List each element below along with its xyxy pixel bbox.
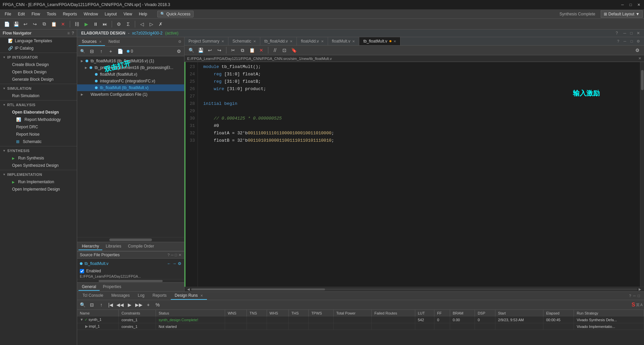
menu-tools[interactable]: Tools: [43, 10, 59, 18]
menu-layout[interactable]: Layout: [101, 10, 120, 18]
props-tab-general[interactable]: General: [78, 283, 100, 291]
tree-item[interactable]: ▶ Waveform Configuration File (1): [77, 91, 184, 98]
tab-close[interactable]: ✕: [393, 40, 396, 43]
ed-uncomment[interactable]: ⊡: [280, 46, 288, 54]
sources-panel-settings[interactable]: ⚙: [178, 40, 181, 44]
bottom-panel-minimize[interactable]: ─: [633, 294, 636, 298]
tree-item[interactable]: integrationFC (integrationFC.v): [77, 78, 184, 84]
toolbar-run[interactable]: ▶: [82, 20, 90, 28]
props-back[interactable]: ←: [167, 261, 171, 266]
tab-messages[interactable]: Messages: [107, 292, 134, 300]
sources-hscroll[interactable]: [77, 237, 184, 242]
props-gear[interactable]: ⚙: [178, 261, 181, 266]
toolbar-delete[interactable]: ✕: [59, 20, 67, 28]
menu-flow[interactable]: Flow: [28, 10, 43, 18]
tab-design-runs-close[interactable]: ✕: [200, 294, 203, 297]
tree-item[interactable]: ▶ tb_floatMult16 (tb_floatMult16.v) (1): [77, 58, 184, 64]
src-add[interactable]: +: [107, 47, 115, 55]
elaborated-close[interactable]: ✕: [637, 31, 640, 36]
toolbar-x[interactable]: ✗: [157, 20, 165, 28]
editor-hscroll-track[interactable]: [191, 288, 637, 290]
tab-netlist[interactable]: Netlist: [105, 38, 123, 46]
bt-run[interactable]: ▶: [125, 301, 133, 309]
src-up[interactable]: ↑: [97, 47, 105, 55]
toolbar-settings[interactable]: ⚙: [115, 20, 123, 28]
props-hscroll-thumb[interactable]: [99, 280, 163, 282]
tab-compile-order[interactable]: Compile Order: [124, 243, 157, 250]
toolbar-undo[interactable]: ↩: [21, 20, 30, 28]
tab-libraries[interactable]: Libraries: [102, 243, 124, 250]
toolbar-left-arr[interactable]: ◁: [138, 20, 146, 28]
toolbar-sigma[interactable]: Σ: [124, 20, 132, 28]
editor-maximize-icon[interactable]: □: [629, 38, 635, 44]
tab-sources[interactable]: Sources ✕: [78, 38, 105, 46]
nav-generate-block-design[interactable]: Generate Block Design: [0, 76, 77, 83]
minimize-button[interactable]: ─: [620, 2, 625, 7]
tab-design-runs[interactable]: Design Runs ✕: [171, 292, 207, 300]
toolbar-new[interactable]: 📄: [3, 20, 11, 28]
tab-log[interactable]: Log: [134, 292, 149, 300]
nav-run-implementation[interactable]: ▶ Run Implementation: [0, 178, 77, 186]
code-wrapper[interactable]: module tb_floatMult(); reg [31:0] floatA…: [198, 62, 640, 287]
tree-item[interactable]: floatMult (floatMult.v): [77, 71, 184, 78]
nav-open-synthesized-design[interactable]: Open Synthesized Design: [0, 162, 77, 169]
props-close[interactable]: ✕: [178, 253, 181, 257]
nav-open-elaborated-design[interactable]: Open Elaborated Design: [0, 109, 77, 116]
ed-cut[interactable]: ✂: [229, 46, 237, 54]
menu-reports[interactable]: Reports: [59, 10, 80, 18]
editor-hscroll-thumb[interactable]: [191, 288, 325, 290]
ed-copy[interactable]: ⧉: [238, 46, 247, 54]
code-area[interactable]: 2324252627282930313233 module tb_floatMu…: [184, 62, 644, 287]
code-vscroll-thumb[interactable]: [641, 70, 644, 90]
row-expand[interactable]: ▶: [85, 324, 88, 328]
bt-percent[interactable]: %: [154, 301, 162, 309]
ed-search[interactable]: 🔍: [187, 46, 195, 54]
props-hscroll[interactable]: [77, 279, 184, 282]
props-minimize[interactable]: ─: [171, 253, 174, 257]
elaborated-help[interactable]: ?: [616, 31, 618, 36]
close-button[interactable]: ✕: [636, 2, 641, 7]
ed-redo[interactable]: ↪: [215, 46, 223, 54]
flow-nav-icon-1[interactable]: ≡: [67, 31, 70, 36]
tab-sources-close[interactable]: ✕: [99, 40, 102, 44]
bt-next[interactable]: ▶▶: [135, 301, 143, 309]
toolbar-save[interactable]: 💾: [12, 20, 20, 28]
flow-nav-icon-2[interactable]: ?: [72, 31, 74, 36]
bt-search[interactable]: 🔍: [78, 301, 87, 309]
editor-hscroll[interactable]: ◀ ▶: [184, 287, 644, 291]
nav-section-simulation[interactable]: ▼ SIMULATION: [0, 85, 77, 92]
toolbar-pause[interactable]: ⏸: [92, 20, 100, 28]
nav-report-methodology[interactable]: 📊 Report Methodology: [0, 116, 77, 123]
editor-help-icon[interactable]: ?: [615, 38, 621, 44]
nav-open-implemented-design[interactable]: Open Implemented Design: [0, 186, 77, 193]
src-settings[interactable]: ⚙: [175, 47, 183, 55]
src-search[interactable]: 🔍: [78, 47, 87, 55]
nav-section-rtl[interactable]: ▼ RTL ANALYSIS: [0, 101, 77, 109]
bt-first[interactable]: |◀: [107, 301, 115, 309]
editor-scroll-left[interactable]: ◀: [187, 287, 190, 291]
menu-window[interactable]: Window: [80, 10, 101, 18]
nav-section-ip-integrator[interactable]: ▼ IP INTEGRATOR: [0, 54, 77, 61]
nav-create-block-design[interactable]: Create Block Design: [0, 61, 77, 68]
ed-bookmark[interactable]: 🔖: [290, 46, 298, 54]
toolbar-right-arr[interactable]: ▷: [147, 20, 155, 28]
row-expand[interactable]: ▼: [80, 318, 84, 322]
nav-run-simulation[interactable]: Run Simulation: [0, 92, 77, 99]
nav-ip-catalog[interactable]: 🔗 IP Catalog: [0, 45, 77, 52]
menu-file[interactable]: File: [1, 10, 14, 18]
tab-close[interactable]: ✕: [352, 40, 355, 43]
menu-edit[interactable]: Edit: [14, 10, 28, 18]
ed-comment[interactable]: //: [271, 46, 279, 54]
nav-schematic[interactable]: ⊞ Schematic: [0, 138, 77, 145]
props-help[interactable]: ?: [167, 253, 169, 257]
tab-hierarchy[interactable]: Hierarchy: [78, 243, 102, 250]
table-row[interactable]: ▶ impl_1 constrs_1 Not started: [77, 323, 644, 330]
tab-reports[interactable]: Reports: [149, 292, 171, 300]
toolbar-redo[interactable]: ↪: [31, 20, 39, 28]
enabled-check[interactable]: [80, 269, 84, 273]
bottom-panel-help[interactable]: ?: [629, 294, 631, 298]
hscroll-thumb[interactable]: [109, 238, 152, 241]
quick-access-bar[interactable]: Quick Access: [157, 11, 194, 17]
nav-run-synthesis[interactable]: ▶ Run Synthesis: [0, 154, 77, 162]
nav-section-implementation[interactable]: ▼ IMPLEMENTATION: [0, 171, 77, 178]
